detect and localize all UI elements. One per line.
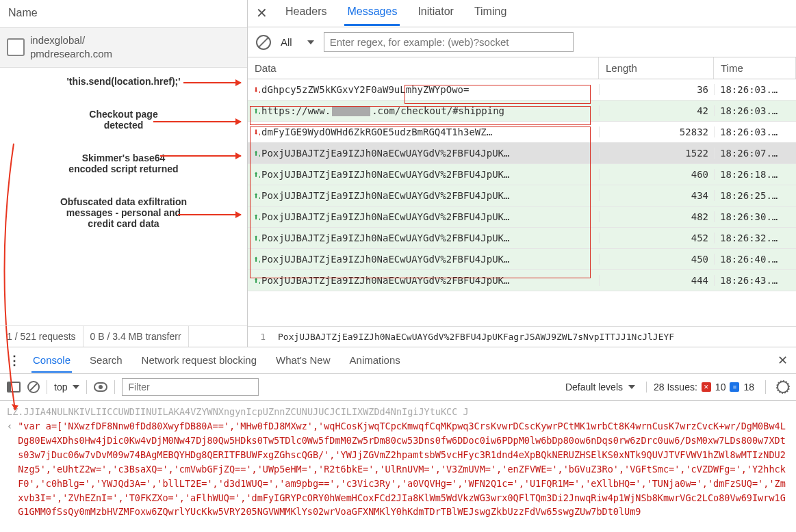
message-length: 460 <box>599 169 714 180</box>
message-time: 18:26:03.… <box>714 105 796 116</box>
regex-input[interactable] <box>324 32 574 52</box>
arrow-up-icon: ⬆ <box>248 254 260 265</box>
message-length: 450 <box>599 254 714 265</box>
tab-console[interactable]: Console <box>31 354 72 373</box>
issues-counter[interactable]: 28 Issues: ✕10 ≡18 <box>646 382 754 393</box>
message-data: PoxjUJBAJTZjEa9IZJh0NaECwUAYGdV%2FBFU4Jp… <box>260 211 599 222</box>
tab-animations[interactable]: Animations <box>348 354 402 373</box>
message-time: 18:26:40.… <box>714 254 796 265</box>
transfer-size: 0 B / 3.4 MB transferr <box>84 326 189 347</box>
annotation-base64: Skimmer's base64encoded script returned <box>7 152 240 174</box>
annotation-exfil: Obfuscated data exfiltrationmessages - p… <box>7 196 240 229</box>
tab-initiator[interactable]: Initiator <box>415 5 456 26</box>
message-length: 52832 <box>599 127 714 137</box>
message-data: PoxjUJBAJTZjEa9IZJh0NaECwUAYGdV%2FBFU4Jp… <box>260 254 599 265</box>
chevron-down-icon <box>73 385 79 389</box>
tab-timing[interactable]: Timing <box>472 5 509 26</box>
message-length: 36 <box>599 84 714 95</box>
clear-icon[interactable] <box>256 35 271 50</box>
annotation-checkout: Checkout pagedetected <box>7 109 240 131</box>
request-row[interactable]: indexglobal/ pmdresearch.com <box>0 28 247 68</box>
error-badge-icon: ✕ <box>702 382 711 392</box>
tab-search[interactable]: Search <box>88 354 124 373</box>
message-length: 452 <box>599 232 714 243</box>
message-detail: 1 PoxjUJBAJTZjEa9IZJh0NaECwUAYGdV%2FBFU4… <box>248 326 796 347</box>
message-time: 18:26:43.… <box>714 275 796 286</box>
live-expression-icon[interactable] <box>94 382 107 392</box>
message-length: 1522 <box>599 148 714 159</box>
message-row[interactable]: ⬆PoxjUJBAJTZjEa9IZJh0NaECwUAYGdV%2FBFU4J… <box>248 207 796 228</box>
context-selector[interactable]: top <box>54 382 79 393</box>
info-badge-icon: ≡ <box>730 382 739 392</box>
detail-line-no: 1 <box>256 332 266 342</box>
message-row[interactable]: ⬆PoxjUJBAJTZjEa9IZJh0NaECwUAYGdV%2FBFU4J… <box>248 164 796 185</box>
message-row[interactable]: ⬆PoxjUJBAJTZjEa9IZJh0NaECwUAYGdV%2FBFU4J… <box>248 185 796 207</box>
message-row[interactable]: ⬆PoxjUJBAJTZjEa9IZJh0NaECwUAYGdV%2FBFU4J… <box>248 270 796 291</box>
table-body: ⬇dGhpcy5zZW5kKGxvY2F0aW9uLmhyZWYpOwo=361… <box>248 79 796 291</box>
message-data: PoxjUJBAJTZjEa9IZJh0NaECwUAYGdV%2FBFU4Jp… <box>260 148 599 159</box>
arrow-up-icon: ⬆ <box>248 232 260 243</box>
col-data[interactable]: Data <box>248 57 599 79</box>
messages-panel: ✕ Headers Messages Initiator Timing All … <box>248 0 796 347</box>
name-column-header: Name <box>0 0 247 28</box>
close-icon[interactable]: ✕ <box>256 5 268 27</box>
message-length: 434 <box>599 190 714 201</box>
console-toolbar: top Default levels 28 Issues: ✕10 ≡18 <box>0 374 796 401</box>
tab-messages[interactable]: Messages <box>344 5 400 26</box>
message-row[interactable]: ⬆https://www..com/checkout/#shipping4218… <box>248 101 796 122</box>
arrow-up-icon: ⬆ <box>248 211 260 222</box>
request-icon <box>7 38 25 56</box>
message-time: 18:26:18.… <box>714 169 796 180</box>
console-output[interactable]: LZ.JJIA4NULNKIVLIICCUWDIINUILAKA4VZYWNXn… <box>0 401 796 523</box>
col-length[interactable]: Length <box>599 57 714 79</box>
message-length: 42 <box>599 105 714 116</box>
arrow-up-icon: ⬆ <box>248 275 260 286</box>
message-data: PoxjUJBAJTZjEa9IZJh0NaECwUAYGdV%2FBFU4Jp… <box>260 190 599 201</box>
annotation-overlay: 'this.send(location.href);' Checkout pag… <box>0 68 247 251</box>
message-row[interactable]: ⬇dGhpcy5zZW5kKGxvY2F0aW9uLmhyZWYpOwo=361… <box>248 79 796 101</box>
filter-toolbar: All <box>248 27 796 57</box>
request-label: indexglobal/ pmdresearch.com <box>30 34 112 62</box>
arrow-up-icon: ⬆ <box>248 190 260 201</box>
message-time: 18:26:07.… <box>714 148 796 159</box>
col-time[interactable]: Time <box>714 57 796 79</box>
gear-icon[interactable] <box>777 381 789 393</box>
arrow-up-icon: ⬆ <box>248 105 260 116</box>
message-data: dGhpcy5zZW5kKGxvY2F0aW9uLmhyZWYpOwo= <box>260 84 599 95</box>
message-data: PoxjUJBAJTZjEa9IZJh0NaECwUAYGdV%2FBFU4Jp… <box>260 232 599 243</box>
detail-text: PoxjUJBAJTZjEa9IZJh0NaECwUAYGdV%2FBFU4Jp… <box>278 332 788 342</box>
drawer-close-icon[interactable]: ✕ <box>778 353 788 368</box>
kebab-icon[interactable]: ⋮ <box>8 353 19 368</box>
message-time: 18:26:03.… <box>714 84 796 95</box>
drawer-tabs: ⋮ Console Search Network request blockin… <box>0 347 796 374</box>
message-row[interactable]: ⬆PoxjUJBAJTZjEa9IZJh0NaECwUAYGdV%2FBFU4J… <box>248 249 796 270</box>
message-data: PoxjUJBAJTZjEa9IZJh0NaECwUAYGdV%2FBFU4Jp… <box>260 275 599 286</box>
chevron-down-icon <box>307 40 314 44</box>
message-time: 18:26:03.… <box>714 127 796 137</box>
console-filter-input[interactable] <box>122 378 259 396</box>
message-row[interactable]: ⬇dmFyIGE9WydOWHd6ZkRGOE5udzBmRGQ4T1h3eWZ… <box>248 122 796 143</box>
tab-network-blocking[interactable]: Network request blocking <box>140 354 258 373</box>
sidebar-toggle-icon[interactable] <box>7 382 21 393</box>
arrow-up-icon: ⬆ <box>248 148 260 159</box>
message-length: 482 <box>599 211 714 222</box>
log-levels-selector[interactable]: Default levels <box>565 382 635 393</box>
messages-table: Data Length Time ⬇dGhpcy5zZW5kKGxvY2F0aW… <box>248 57 796 326</box>
direction-filter[interactable]: All <box>277 35 318 49</box>
tab-headers[interactable]: Headers <box>283 5 329 26</box>
message-data: https://www..com/checkout/#shipping <box>260 105 599 116</box>
arrow-up-icon: ⬆ <box>248 169 260 180</box>
caret-icon: ‹ <box>7 419 12 519</box>
message-data: dmFyIGE9WydOWHd6ZkRGOE5udzBmRGQ4T1h3eWZ… <box>260 127 599 137</box>
arrow-down-icon: ⬇ <box>248 127 260 137</box>
drawer-panel: ⋮ Console Search Network request blockin… <box>0 347 796 523</box>
message-length: 444 <box>599 275 714 286</box>
arrow-down-icon: ⬇ <box>248 84 260 95</box>
message-time: 18:26:32.… <box>714 232 796 243</box>
annotation-send-href: 'this.send(location.href);' <box>7 76 240 87</box>
clear-console-icon[interactable] <box>27 381 40 393</box>
message-row[interactable]: ⬆PoxjUJBAJTZjEa9IZJh0NaECwUAYGdV%2FBFU4J… <box>248 143 796 164</box>
message-row[interactable]: ⬆PoxjUJBAJTZjEa9IZJh0NaECwUAYGdV%2FBFU4J… <box>248 228 796 249</box>
tab-whats-new[interactable]: What's New <box>274 354 332 373</box>
detail-tabs: ✕ Headers Messages Initiator Timing <box>248 0 796 27</box>
